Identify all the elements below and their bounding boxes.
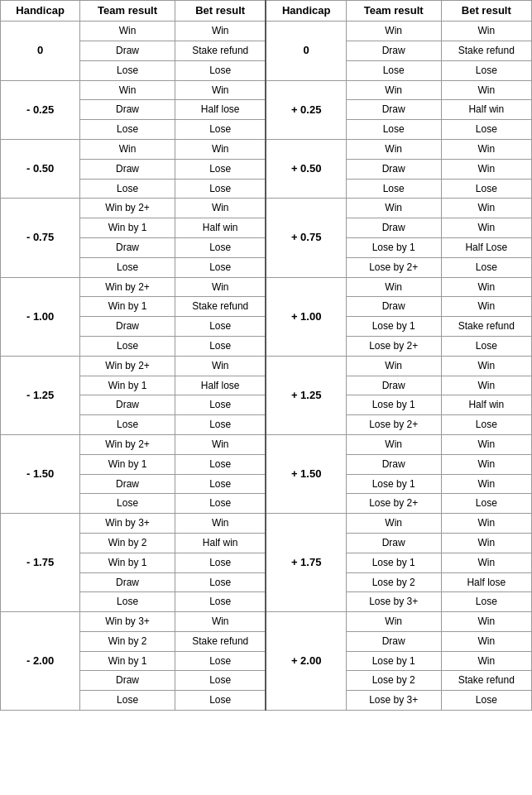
col-header-bet-result-left: Bet result xyxy=(175,1,266,22)
bet-result-right: Lose xyxy=(441,336,531,356)
bet-result-right: Win xyxy=(441,454,531,474)
team-result-left: Win by 2 xyxy=(80,631,175,651)
bet-result-right: Win xyxy=(441,631,531,651)
bet-result-right: Stake refund xyxy=(441,41,531,60)
bet-result-left: Lose xyxy=(175,395,266,415)
table-row: - 0.75Win by 2+Win+ 0.75WinWin xyxy=(1,199,532,218)
team-result-right: Lose xyxy=(346,179,441,199)
team-result-right: Draw xyxy=(346,297,441,317)
table-row: - 0.25WinWin+ 0.25WinWin xyxy=(1,80,532,100)
bet-result-right: Win xyxy=(441,356,531,376)
handicap-right: + 1.75 xyxy=(266,514,346,612)
bet-result-right: Win xyxy=(441,651,531,671)
bet-result-left: Win xyxy=(175,80,266,100)
team-result-left: Win by 2+ xyxy=(80,434,175,454)
bet-result-right: Win xyxy=(441,376,531,395)
bet-result-left: Lose xyxy=(175,179,266,199)
team-result-left: Win by 1 xyxy=(80,376,175,395)
bet-result-right: Win xyxy=(441,434,531,454)
team-result-right: Lose by 2+ xyxy=(346,415,441,435)
team-result-left: Win xyxy=(80,22,175,41)
bet-result-left: Win xyxy=(175,612,266,632)
team-result-left: Win by 1 xyxy=(80,454,175,474)
team-result-left: Draw xyxy=(80,572,175,592)
team-result-left: Win by 2+ xyxy=(80,277,175,297)
team-result-right: Lose by 2+ xyxy=(346,336,441,356)
bet-result-left: Win xyxy=(175,139,266,159)
bet-result-left: Lose xyxy=(175,159,266,179)
table-row: - 1.50Win by 2+Win+ 1.50WinWin xyxy=(1,434,532,454)
team-result-left: Win by 2+ xyxy=(80,199,175,218)
team-result-right: Lose xyxy=(346,60,441,80)
team-result-right: Win xyxy=(346,612,441,632)
bet-result-right: Stake refund xyxy=(441,317,531,337)
bet-result-left: Lose xyxy=(175,257,266,277)
handicap-left: - 1.50 xyxy=(1,434,80,513)
team-result-right: Win xyxy=(346,356,441,376)
team-result-left: Win by 1 xyxy=(80,651,175,671)
team-result-left: Win xyxy=(80,80,175,100)
team-result-left: Win xyxy=(80,139,175,159)
bet-result-left: Win xyxy=(175,514,266,534)
team-result-right: Draw xyxy=(346,159,441,179)
bet-result-left: Lose xyxy=(175,474,266,494)
team-result-left: Lose xyxy=(80,179,175,199)
team-result-left: Draw xyxy=(80,395,175,415)
bet-result-left: Lose xyxy=(175,651,266,671)
team-result-right: Draw xyxy=(346,41,441,60)
bet-result-right: Half Lose xyxy=(441,237,531,257)
bet-result-left: Lose xyxy=(175,415,266,435)
team-result-left: Lose xyxy=(80,120,175,140)
team-result-left: Draw xyxy=(80,100,175,120)
bet-result-left: Stake refund xyxy=(175,631,266,651)
team-result-left: Lose xyxy=(80,60,175,80)
team-result-right: Lose by 1 xyxy=(346,553,441,572)
team-result-left: Win by 2 xyxy=(80,533,175,553)
bet-result-left: Lose xyxy=(175,494,266,514)
bet-result-left: Lose xyxy=(175,60,266,80)
bet-result-right: Lose xyxy=(441,592,531,612)
bet-result-right: Win xyxy=(441,612,531,632)
handicap-left: - 0.50 xyxy=(1,139,80,198)
bet-result-right: Win xyxy=(441,22,531,41)
bet-result-left: Win xyxy=(175,22,266,41)
team-result-left: Lose xyxy=(80,257,175,277)
handicap-left: - 1.75 xyxy=(1,514,80,612)
team-result-left: Win by 1 xyxy=(80,218,175,238)
table-row: - 1.75Win by 3+Win+ 1.75WinWin xyxy=(1,514,532,534)
bet-result-left: Lose xyxy=(175,572,266,592)
bet-result-left: Lose xyxy=(175,120,266,140)
bet-result-right: Lose xyxy=(441,60,531,80)
col-header-handicap-right: Handicap xyxy=(266,1,346,22)
col-header-team-result-left: Team result xyxy=(80,1,175,22)
bet-result-left: Half lose xyxy=(175,376,266,395)
team-result-right: Draw xyxy=(346,454,441,474)
bet-result-right: Win xyxy=(441,159,531,179)
bet-result-right: Win xyxy=(441,218,531,238)
bet-result-left: Half win xyxy=(175,218,266,238)
team-result-right: Lose by 2 xyxy=(346,572,441,592)
bet-result-left: Lose xyxy=(175,592,266,612)
col-header-team-result-right: Team result xyxy=(346,1,441,22)
bet-result-left: Half win xyxy=(175,533,266,553)
team-result-right: Win xyxy=(346,199,441,218)
bet-result-left: Stake refund xyxy=(175,297,266,317)
team-result-left: Win by 3+ xyxy=(80,612,175,632)
team-result-right: Lose by 1 xyxy=(346,317,441,337)
bet-result-left: Win xyxy=(175,277,266,297)
team-result-left: Draw xyxy=(80,41,175,60)
team-result-right: Lose by 2 xyxy=(346,671,441,691)
bet-result-right: Lose xyxy=(441,257,531,277)
team-result-right: Win xyxy=(346,80,441,100)
team-result-left: Draw xyxy=(80,671,175,691)
bet-result-left: Half lose xyxy=(175,100,266,120)
team-result-right: Draw xyxy=(346,533,441,553)
team-result-left: Lose xyxy=(80,415,175,435)
handicap-left: - 1.00 xyxy=(1,277,80,356)
handicap-right: + 1.25 xyxy=(266,356,346,434)
handicap-left: 0 xyxy=(1,22,80,80)
bet-result-right: Win xyxy=(441,80,531,100)
team-result-left: Lose xyxy=(80,494,175,514)
team-result-right: Lose by 1 xyxy=(346,395,441,415)
team-result-left: Lose xyxy=(80,691,175,711)
